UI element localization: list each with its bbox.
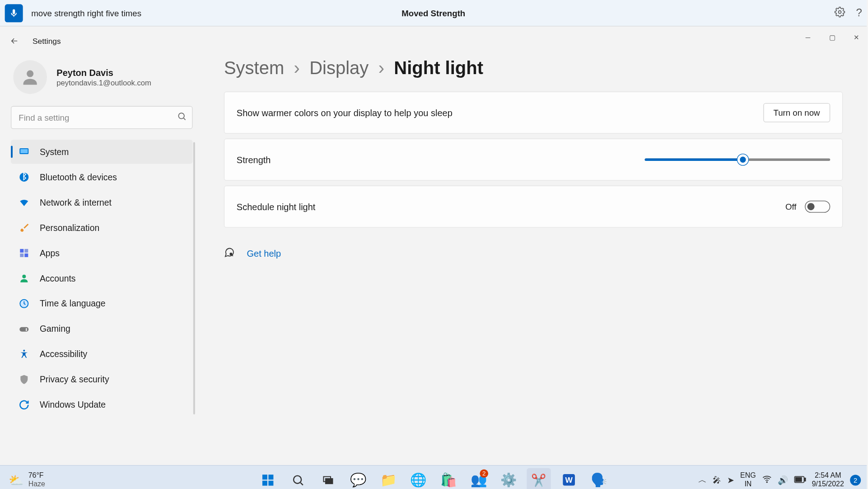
sidebar-item-label: Apps bbox=[40, 248, 60, 258]
svg-point-13 bbox=[26, 328, 27, 329]
svg-rect-18 bbox=[268, 475, 273, 480]
settings-gear-icon[interactable] bbox=[835, 6, 845, 19]
svg-rect-8 bbox=[20, 254, 23, 257]
clock-icon bbox=[18, 298, 30, 310]
weather-widget[interactable]: ⛅ 76°F Haze bbox=[9, 472, 45, 488]
voice-command-bar: move strength right five times Moved Str… bbox=[0, 0, 867, 27]
microphone-icon bbox=[9, 8, 19, 18]
search-input[interactable] bbox=[11, 106, 193, 129]
sidebar-item-system[interactable]: System bbox=[11, 140, 193, 164]
sidebar-item-time-language[interactable]: Time & language bbox=[11, 292, 193, 315]
sidebar-item-apps[interactable]: Apps bbox=[11, 241, 193, 265]
sidebar-item-personalization[interactable]: Personalization bbox=[11, 216, 193, 240]
store-button[interactable]: 🛍️ bbox=[436, 468, 460, 489]
avatar bbox=[13, 60, 47, 94]
search-button[interactable] bbox=[286, 468, 310, 489]
strength-card: Strength bbox=[224, 139, 843, 181]
sidebar-item-bluetooth-devices[interactable]: Bluetooth & devices bbox=[11, 165, 193, 189]
get-help-link[interactable]: Get help bbox=[224, 247, 843, 260]
minimize-button[interactable]: ─ bbox=[802, 31, 814, 43]
schedule-toggle[interactable] bbox=[805, 201, 830, 213]
teams-badge: 2 bbox=[480, 469, 488, 478]
svg-point-10 bbox=[22, 275, 26, 278]
sidebar-item-label: Bluetooth & devices bbox=[40, 172, 117, 182]
start-button[interactable] bbox=[256, 468, 280, 489]
chat-button[interactable]: 💬 bbox=[346, 468, 370, 489]
clock[interactable]: 2:54 AM 9/15/2022 bbox=[812, 472, 844, 488]
wifi-icon bbox=[18, 197, 30, 209]
tray-chevron-up-icon[interactable]: ︿ bbox=[698, 475, 707, 485]
sidebar-item-label: Network & internet bbox=[40, 197, 112, 207]
voice-access-button[interactable]: 🗣️ bbox=[587, 468, 611, 489]
edge-button[interactable]: 🌐 bbox=[406, 468, 430, 489]
breadcrumb-system[interactable]: System bbox=[224, 58, 284, 78]
window-title: Settings bbox=[33, 37, 61, 46]
svg-point-21 bbox=[294, 475, 301, 483]
strength-slider[interactable] bbox=[645, 159, 831, 161]
sidebar-item-gaming[interactable]: Gaming bbox=[11, 317, 193, 341]
language-indicator[interactable]: ENG IN bbox=[740, 472, 756, 488]
svg-point-14 bbox=[26, 329, 27, 331]
back-button[interactable] bbox=[7, 34, 22, 48]
battery-icon[interactable] bbox=[794, 475, 806, 484]
monitor-icon bbox=[18, 146, 30, 158]
teams-button[interactable]: 👥2 bbox=[467, 468, 490, 489]
help-icon[interactable]: ? bbox=[856, 7, 862, 19]
search-icon[interactable] bbox=[177, 112, 187, 124]
weather-icon: ⛅ bbox=[9, 473, 23, 487]
sidebar-item-accessibility[interactable]: Accessibility bbox=[11, 342, 193, 366]
svg-point-0 bbox=[839, 10, 841, 13]
profile-email: peytondavis.1@outlook.com bbox=[56, 79, 151, 87]
breadcrumb-current: Night light bbox=[394, 58, 483, 78]
svg-rect-9 bbox=[24, 254, 28, 257]
word-button[interactable]: W bbox=[557, 468, 581, 489]
snip-button[interactable]: ✂️ bbox=[527, 468, 551, 489]
sidebar-item-windows-update[interactable]: Windows Update bbox=[11, 393, 193, 417]
sidebar-item-label: Time & language bbox=[40, 299, 105, 308]
breadcrumb-display[interactable]: Display bbox=[309, 58, 369, 78]
shield-icon bbox=[18, 373, 30, 386]
svg-rect-23 bbox=[326, 478, 333, 483]
brush-icon bbox=[18, 222, 30, 234]
sidebar-item-privacy-security[interactable]: Privacy & security bbox=[11, 367, 193, 391]
slider-thumb[interactable] bbox=[737, 154, 748, 165]
get-help-label: Get help bbox=[247, 248, 281, 259]
settings-window: ─ ▢ ✕ Settings Peyton Davis peytondavis.… bbox=[0, 27, 867, 465]
svg-rect-20 bbox=[268, 480, 273, 485]
apps-icon bbox=[18, 247, 30, 259]
svg-point-15 bbox=[23, 350, 25, 352]
mic-button[interactable] bbox=[5, 4, 23, 22]
turn-on-now-button[interactable]: Turn on now bbox=[763, 103, 830, 122]
mic-muted-icon[interactable]: 🎤︎ bbox=[713, 475, 721, 484]
profile-name: Peyton Davis bbox=[56, 67, 151, 78]
location-icon[interactable]: ➤ bbox=[727, 475, 734, 484]
sidebar-item-label: Accessibility bbox=[40, 349, 87, 359]
close-button[interactable]: ✕ bbox=[850, 31, 862, 43]
help-chat-icon bbox=[224, 247, 235, 260]
wifi-icon[interactable] bbox=[762, 474, 771, 485]
schedule-toggle-state: Off bbox=[785, 202, 797, 212]
task-view-button[interactable] bbox=[316, 468, 340, 489]
bluetooth-icon bbox=[18, 171, 30, 183]
taskbar-center: 💬 📁 🌐 🛍️ 👥2 ⚙️ ✂️ W 🗣️ bbox=[256, 468, 611, 489]
sidebar-item-accounts[interactable]: Accounts bbox=[11, 266, 193, 290]
titlebar: Settings bbox=[0, 27, 867, 56]
maximize-button[interactable]: ▢ bbox=[826, 31, 838, 43]
scrollbar[interactable] bbox=[193, 142, 195, 415]
volume-icon[interactable]: 🔊 bbox=[778, 475, 788, 484]
file-explorer-button[interactable]: 📁 bbox=[376, 468, 400, 489]
svg-rect-27 bbox=[795, 477, 801, 481]
main-content: System › Display › Night light Show warm… bbox=[204, 56, 867, 465]
sidebar-item-network-internet[interactable]: Network & internet bbox=[11, 190, 193, 214]
profile-block[interactable]: Peyton Davis peytondavis.1@outlook.com bbox=[13, 60, 192, 94]
svg-rect-7 bbox=[24, 249, 28, 253]
weather-desc: Haze bbox=[28, 480, 45, 488]
chevron-right-icon: › bbox=[294, 58, 300, 78]
svg-rect-26 bbox=[804, 478, 805, 481]
sidebar-item-label: System bbox=[40, 147, 69, 156]
settings-taskbar-button[interactable]: ⚙️ bbox=[497, 468, 521, 489]
notification-badge[interactable]: 2 bbox=[850, 475, 861, 485]
sidebar-item-label: Gaming bbox=[40, 324, 70, 334]
svg-rect-12 bbox=[19, 327, 28, 332]
voice-result-text: Moved Strength bbox=[401, 8, 465, 18]
